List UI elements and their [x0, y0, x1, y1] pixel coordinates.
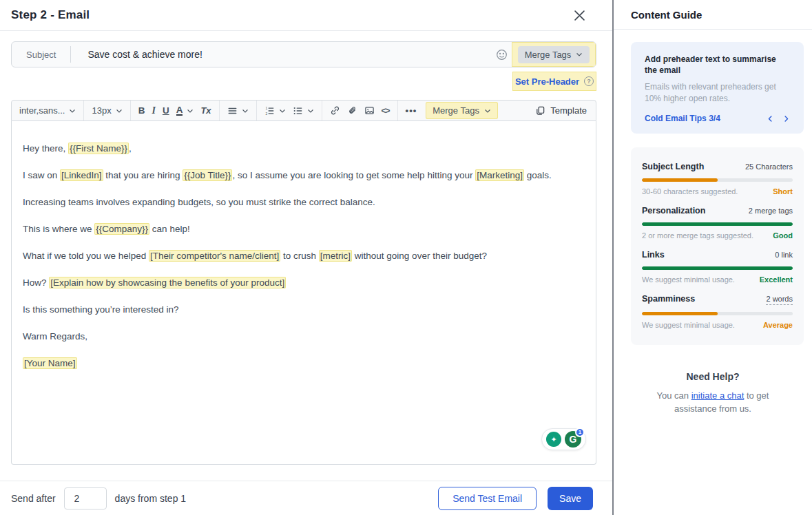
metric-personalization: Personalization2 merge tags 2 or more me…	[642, 206, 793, 240]
merge-tag[interactable]: {{Company}}	[94, 223, 149, 235]
align-icon	[227, 106, 238, 116]
cold-email-tips-link[interactable]: Cold Email Tips 3/4	[645, 114, 720, 123]
email-body-editor[interactable]: Hey there, {{First Name}}, I saw on [Lin…	[11, 121, 596, 465]
paragraph: What if we told you we helped [Their com…	[23, 249, 585, 263]
send-test-email-button[interactable]: Send Test Email	[438, 487, 537, 510]
placeholder-tag[interactable]: [Their competitor's name/client]	[149, 250, 280, 262]
paragraph: [Your Name]	[23, 357, 585, 370]
tip-title: Add preheader text to summarise the emai…	[645, 54, 790, 76]
bullet-list-select[interactable]	[293, 106, 314, 116]
placeholder-tag[interactable]: [metric]	[319, 250, 352, 262]
chevron-down-icon	[484, 107, 491, 114]
clear-formatting-icon[interactable]: Tx	[200, 105, 211, 116]
subject-row: Subject Save cost & achieve more! Merge …	[11, 41, 596, 67]
page-title: Step 2 - Email	[11, 8, 90, 22]
email-step-modal: Step 2 - Email Subject Save cost & achie…	[0, 0, 614, 515]
days-from-step-label: days from step 1	[115, 493, 187, 504]
bullet-list-icon	[293, 106, 303, 116]
tip-body: Emails with relevant preheaders get 10% …	[645, 81, 790, 105]
delay-days-input[interactable]	[64, 487, 107, 509]
status-badge: Short	[773, 187, 793, 196]
progress-bar	[642, 222, 793, 226]
modal-footer: Send after days from step 1 Send Test Em…	[0, 481, 612, 515]
bold-icon[interactable]: B	[138, 105, 145, 116]
grammarly-logo-icon[interactable]: G 1	[565, 431, 581, 448]
paragraph: Is this something you’re interested in?	[23, 303, 585, 317]
align-select[interactable]	[227, 106, 249, 116]
merge-tags-highlight: Merge Tags	[512, 42, 596, 67]
save-button[interactable]: Save	[548, 487, 593, 510]
underline-icon[interactable]: U	[163, 105, 169, 116]
toolbar-merge-tags-button[interactable]: Merge Tags	[426, 102, 498, 119]
progress-bar	[642, 266, 793, 270]
preheader-row: Set Pre-Header ?	[11, 72, 596, 91]
insert-link-icon[interactable]	[330, 105, 340, 116]
chevron-down-icon	[307, 107, 314, 114]
set-preheader-button[interactable]: Set Pre-Header ?	[512, 72, 596, 91]
template-button[interactable]: Template	[535, 105, 596, 116]
tip-card: Add preheader text to summarise the emai…	[631, 42, 804, 134]
merge-tags-label: Merge Tags	[433, 105, 479, 116]
template-icon	[535, 105, 545, 116]
metric-spamminess: Spamminess2 words We suggest minimal usa…	[642, 294, 793, 329]
metric-subject-length: Subject Length25 Characters 30-60 charac…	[642, 162, 793, 196]
chevron-down-icon	[242, 107, 249, 114]
placeholder-tag[interactable]: [Explain how by showcasing the benefits …	[49, 277, 286, 288]
paragraph: Increasing teams involves expanding budg…	[23, 196, 585, 209]
attachment-icon[interactable]	[347, 105, 357, 116]
initiate-chat-link[interactable]: initiate a chat	[691, 390, 745, 401]
paragraph: I saw on [LinkedIn] that you are hiring …	[23, 169, 585, 182]
help-icon[interactable]: ?	[584, 76, 594, 86]
status-badge: Average	[763, 321, 793, 329]
editor-toolbar: inter,sans... 13px B I U A Tx	[11, 100, 596, 121]
content-metrics-card: Subject Length25 Characters 30-60 charac…	[631, 147, 804, 345]
subject-input[interactable]: Save cost & achieve more!	[71, 49, 491, 60]
numbered-list-select[interactable]: 12	[264, 106, 286, 116]
font-size-select[interactable]: 13px	[92, 105, 122, 116]
grammarly-widget: ✦ G 1	[541, 428, 586, 450]
placeholder-tag[interactable]: [LinkedIn]	[60, 169, 103, 181]
merge-tag[interactable]: {{First Name}}	[68, 143, 129, 154]
need-help-section: Need Help? You can initiate a chat to ge…	[614, 371, 812, 415]
italic-icon[interactable]: I	[152, 105, 155, 116]
grammarly-assistant-icon[interactable]: ✦	[546, 432, 561, 447]
progress-bar	[642, 178, 793, 182]
svg-text:2: 2	[265, 112, 267, 115]
text-color-button[interactable]: A	[176, 105, 194, 116]
previous-tip-icon[interactable]	[767, 115, 774, 123]
source-code-icon[interactable]: <>	[382, 106, 390, 116]
more-options-icon[interactable]: •••	[406, 105, 417, 116]
subject-merge-tags-button[interactable]: Merge Tags	[518, 46, 590, 63]
font-family-select[interactable]: inter,sans...	[19, 105, 76, 116]
next-tip-icon[interactable]	[782, 115, 790, 123]
send-after-label: Send after	[11, 493, 56, 504]
merge-tag[interactable]: {{Job Title}}	[183, 169, 232, 181]
svg-text:1: 1	[265, 106, 267, 109]
insert-image-icon[interactable]	[364, 105, 375, 116]
paragraph: Warm Regards,	[23, 330, 585, 344]
subject-label: Subject	[12, 50, 70, 60]
status-badge: Excellent	[760, 275, 793, 284]
template-label: Template	[550, 105, 587, 116]
placeholder-tag[interactable]: [Marketing]	[475, 169, 524, 181]
chevron-down-icon	[279, 107, 286, 114]
emoji-picker-icon[interactable]	[491, 49, 512, 61]
paragraph: Hey there, {{First Name}},	[23, 142, 585, 156]
content-guide-header: Content Guide	[614, 0, 812, 30]
chevron-down-icon	[69, 107, 76, 114]
content-guide-title: Content Guide	[631, 9, 702, 21]
font-size-value: 13px	[92, 105, 111, 116]
set-preheader-label: Set Pre-Header	[515, 76, 579, 87]
placeholder-tag[interactable]: [Your Name]	[23, 357, 77, 369]
numbered-list-icon: 12	[264, 106, 275, 116]
status-badge: Good	[773, 231, 793, 240]
grammarly-suggestion-count-badge: 1	[575, 428, 585, 437]
text-color-icon: A	[176, 105, 183, 116]
close-icon[interactable]	[570, 6, 589, 25]
metric-links: Links0 link We suggest minimal usage.Exc…	[642, 250, 793, 284]
chevron-down-icon	[187, 107, 194, 114]
modal-header: Step 2 - Email	[0, 0, 612, 31]
chevron-down-icon	[576, 51, 583, 58]
paragraph: This is where we {{Company}} can help!	[23, 222, 585, 236]
progress-bar	[642, 312, 793, 315]
